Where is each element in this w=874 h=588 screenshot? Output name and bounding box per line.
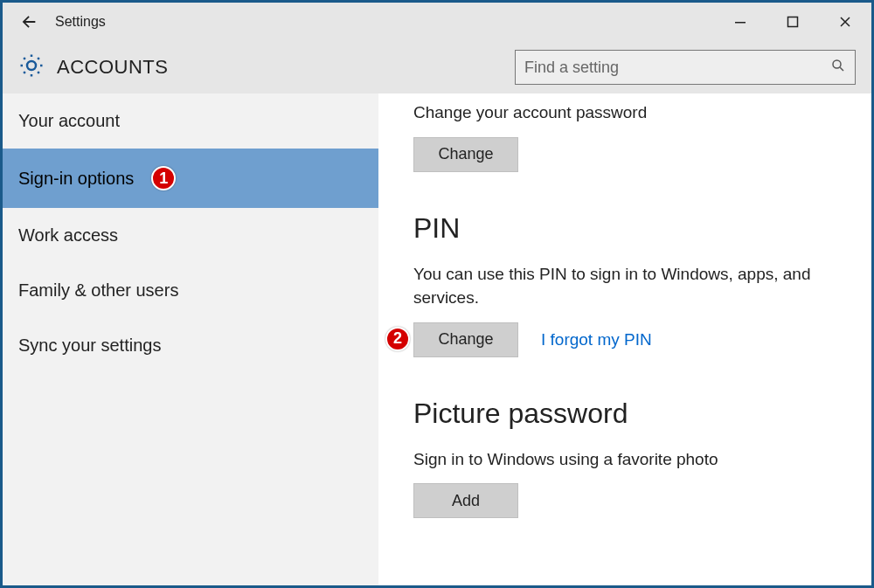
sidebar-item-label: Work access bbox=[18, 225, 118, 246]
svg-rect-1 bbox=[788, 17, 798, 27]
sidebar-item-family-other-users[interactable]: Family & other users bbox=[3, 263, 378, 318]
header: ACCOUNTS bbox=[3, 41, 871, 93]
close-button[interactable] bbox=[819, 3, 871, 41]
search-icon bbox=[830, 58, 846, 77]
sidebar-item-work-access[interactable]: Work access bbox=[3, 208, 378, 263]
search-box[interactable] bbox=[515, 50, 856, 85]
sidebar-item-label: Sign-in options bbox=[18, 169, 134, 189]
annotation-badge-2: 2 bbox=[385, 327, 410, 351]
picture-password-description: Sign in to Windows using a favorite phot… bbox=[413, 447, 845, 472]
sidebar-item-sync-settings[interactable]: Sync your settings bbox=[3, 318, 378, 373]
settings-window: Settings ACCOUNTS bbox=[0, 0, 874, 588]
sidebar-item-label: Family & other users bbox=[18, 280, 178, 301]
add-picture-password-button[interactable]: Add bbox=[413, 483, 518, 518]
search-container bbox=[366, 50, 856, 85]
svg-rect-0 bbox=[735, 22, 746, 24]
annotation-badge-1: 1 bbox=[151, 166, 176, 190]
settings-gear-icon[interactable] bbox=[18, 52, 45, 82]
arrow-left-icon bbox=[19, 12, 38, 31]
svg-point-2 bbox=[833, 60, 841, 68]
sidebar-item-your-account[interactable]: Your account bbox=[3, 93, 378, 149]
sidebar-item-label: Your account bbox=[18, 111, 120, 131]
forgot-pin-link[interactable]: I forgot my PIN bbox=[541, 330, 652, 349]
window-title: Settings bbox=[55, 14, 106, 30]
pin-heading: PIN bbox=[413, 212, 845, 245]
search-input[interactable] bbox=[524, 59, 830, 77]
section-title: ACCOUNTS bbox=[57, 56, 354, 79]
maximize-button[interactable] bbox=[766, 3, 819, 41]
minimize-button[interactable] bbox=[714, 3, 766, 41]
content-panel: Change your account password Change PIN … bbox=[378, 93, 871, 585]
back-button[interactable] bbox=[3, 3, 55, 41]
password-description: Change your account password bbox=[413, 100, 845, 125]
change-pin-button[interactable]: Change bbox=[413, 322, 518, 357]
sidebar-item-label: Sync your settings bbox=[18, 336, 161, 356]
gear-icon bbox=[18, 52, 45, 79]
sidebar: Your account Sign-in options 1 Work acce… bbox=[3, 93, 378, 585]
sidebar-item-sign-in-options[interactable]: Sign-in options 1 bbox=[3, 149, 378, 208]
close-icon bbox=[839, 16, 851, 28]
body: Your account Sign-in options 1 Work acce… bbox=[3, 93, 871, 585]
titlebar: Settings bbox=[3, 3, 871, 41]
picture-password-heading: Picture password bbox=[413, 398, 845, 430]
minimize-icon bbox=[734, 16, 746, 28]
maximize-icon bbox=[787, 16, 799, 28]
pin-actions-row: 2 Change I forgot my PIN bbox=[413, 322, 845, 357]
pin-description: You can use this PIN to sign in to Windo… bbox=[413, 262, 845, 310]
svg-line-3 bbox=[840, 67, 843, 71]
caption-buttons bbox=[714, 3, 871, 41]
change-password-button[interactable]: Change bbox=[413, 137, 518, 172]
